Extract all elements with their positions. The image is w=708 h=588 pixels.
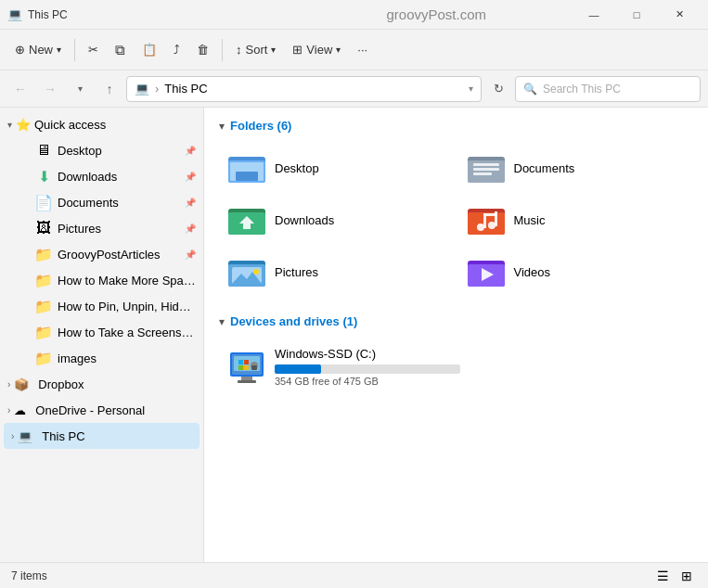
sidebar-item-documents[interactable]: 📄 Documents 📌 bbox=[7, 189, 203, 215]
sidebar-item-desktop[interactable]: 🖥 Desktop 📌 bbox=[7, 137, 203, 163]
move-button[interactable]: ⤴ bbox=[166, 35, 187, 65]
folder-item-downloads[interactable]: Downloads bbox=[219, 196, 455, 244]
images-icon: 📁 bbox=[35, 350, 52, 366]
search-bar[interactable]: 🔍 Search This PC bbox=[515, 76, 701, 102]
sidebar-item-downloads[interactable]: ⬇ Downloads 📌 bbox=[7, 163, 203, 189]
sort-label: Sort bbox=[246, 43, 268, 57]
grid-view-button[interactable]: ⊞ bbox=[676, 566, 697, 586]
new-chevron: ▾ bbox=[57, 45, 61, 55]
sort-chevron: ▾ bbox=[271, 45, 276, 55]
item-count: 7 items bbox=[11, 569, 47, 582]
folders-grid: Desktop Documents bbox=[219, 144, 693, 296]
svg-point-14 bbox=[477, 224, 484, 231]
folder-downloads-name: Downloads bbox=[275, 213, 334, 227]
dropdown-button[interactable]: ▾ bbox=[67, 76, 93, 102]
drive-c-name: Windows-SSD (C:) bbox=[275, 347, 684, 361]
svg-rect-31 bbox=[238, 380, 256, 383]
folder-item-desktop[interactable]: Desktop bbox=[219, 144, 455, 192]
paste-button[interactable]: 📋 bbox=[135, 35, 164, 65]
cut-button[interactable]: ✂ bbox=[81, 35, 106, 65]
sidebar-item-howto2[interactable]: 📁 How to Pin, Unpin, Hide, and bbox=[7, 293, 203, 319]
sort-button[interactable]: ↕ Sort ▾ bbox=[228, 35, 283, 65]
delete-button[interactable]: 🗑 bbox=[189, 35, 216, 65]
search-icon: 🔍 bbox=[523, 83, 537, 96]
copy-button[interactable]: ⧉ bbox=[108, 35, 133, 65]
folders-chevron-icon: ▾ bbox=[219, 120, 225, 133]
sidebar: ▾ ⭐ Quick access 🖥 Desktop 📌 ⬇ Downloads… bbox=[0, 108, 204, 562]
quick-access-header[interactable]: ▾ ⭐ Quick access bbox=[0, 111, 203, 137]
sidebar-item-images[interactable]: 📁 images bbox=[7, 345, 203, 371]
title-bar: 💻 This PC groovyPost.com — □ ✕ bbox=[0, 0, 708, 30]
folder-videos-icon bbox=[468, 253, 505, 290]
devices-chevron-icon: ▾ bbox=[219, 315, 225, 328]
folder-pictures-icon bbox=[228, 253, 265, 290]
more-button[interactable]: ··· bbox=[350, 35, 375, 65]
folder-item-pictures[interactable]: Pictures bbox=[219, 248, 455, 296]
cut-icon: ✂ bbox=[88, 43, 98, 57]
copy-icon: ⧉ bbox=[115, 42, 125, 58]
folder-item-music[interactable]: Music bbox=[458, 196, 694, 244]
address-bar[interactable]: 💻 › This PC ▾ bbox=[126, 76, 482, 102]
sidebar-images-label: images bbox=[58, 352, 196, 365]
status-bar: 7 items ☰ ⊞ bbox=[0, 562, 708, 588]
address-path: This PC bbox=[164, 82, 207, 96]
sidebar-item-pictures[interactable]: 🖼 Pictures 📌 bbox=[7, 215, 203, 241]
folder-documents-icon bbox=[468, 149, 505, 186]
svg-rect-18 bbox=[483, 213, 497, 216]
folder-item-videos[interactable]: Videos bbox=[458, 248, 694, 296]
onedrive-label: OneDrive - Personal bbox=[35, 403, 145, 417]
drive-c-info: Windows-SSD (C:) 354 GB free of 475 GB bbox=[275, 347, 684, 387]
minimize-button[interactable]: — bbox=[573, 0, 615, 30]
sidebar-documents-label: Documents bbox=[58, 196, 179, 210]
new-button[interactable]: ⊕ New ▾ bbox=[7, 35, 69, 65]
window-title: This PC bbox=[28, 8, 301, 21]
onedrive-header[interactable]: › ☁ OneDrive - Personal bbox=[0, 397, 203, 423]
window-controls: — □ ✕ bbox=[573, 0, 701, 30]
list-view-button[interactable]: ☰ bbox=[652, 566, 673, 586]
move-icon: ⤴ bbox=[174, 43, 180, 57]
sidebar-desktop-label: Desktop bbox=[58, 144, 179, 158]
svg-rect-8 bbox=[473, 173, 492, 175]
folder-music-name: Music bbox=[514, 213, 546, 227]
sidebar-howto2-label: How to Pin, Unpin, Hide, and bbox=[58, 300, 196, 313]
view-button[interactable]: ⊞ View ▾ bbox=[285, 35, 348, 65]
howto3-icon: 📁 bbox=[35, 324, 52, 340]
sidebar-item-groovypost[interactable]: 📁 GroovyPostArticles 📌 bbox=[7, 241, 203, 267]
paste-icon: 📋 bbox=[142, 43, 157, 57]
svg-rect-34 bbox=[238, 365, 243, 370]
sidebar-howto3-label: How to Take a Screenshot on bbox=[58, 326, 196, 339]
folder-pictures-name: Pictures bbox=[275, 265, 318, 279]
website-label: groovyPost.com bbox=[301, 6, 573, 22]
folder-music-icon bbox=[468, 201, 505, 238]
forward-button[interactable]: → bbox=[37, 76, 63, 102]
dropbox-header[interactable]: › 📦 Dropbox bbox=[0, 371, 203, 397]
maximize-button[interactable]: □ bbox=[615, 0, 658, 30]
sidebar-item-howto3[interactable]: 📁 How to Take a Screenshot on bbox=[7, 319, 203, 345]
folder-item-documents[interactable]: Documents bbox=[458, 144, 694, 192]
drive-item-c[interactable]: Windows-SSD (C:) 354 GB free of 475 GB bbox=[219, 339, 693, 394]
svg-rect-30 bbox=[241, 377, 252, 380]
sidebar-item-howto1[interactable]: 📁 How to Make More Space Av bbox=[7, 267, 203, 293]
view-chevron: ▾ bbox=[336, 45, 341, 55]
folder-desktop-name: Desktop bbox=[275, 161, 319, 175]
thispc-expand-icon: › bbox=[11, 431, 14, 441]
folders-section-header[interactable]: ▾ Folders (6) bbox=[219, 119, 693, 133]
quick-access-star-icon: ⭐ bbox=[16, 118, 31, 132]
thispc-header[interactable]: › 💻 This PC bbox=[4, 423, 200, 449]
sidebar-pictures-label: Pictures bbox=[58, 222, 179, 236]
howto2-icon: 📁 bbox=[35, 298, 52, 314]
svg-rect-3 bbox=[236, 172, 258, 181]
search-placeholder: Search This PC bbox=[543, 83, 621, 96]
devices-section-header[interactable]: ▾ Devices and drives (1) bbox=[219, 314, 693, 328]
back-button[interactable]: ← bbox=[7, 76, 33, 102]
address-chevron: ▾ bbox=[469, 83, 473, 94]
dropbox-icon: 📦 bbox=[14, 377, 29, 391]
onedrive-icon: ☁ bbox=[14, 403, 26, 417]
up-button[interactable]: ↑ bbox=[97, 76, 122, 102]
svg-rect-37 bbox=[251, 365, 257, 370]
desktop-icon: 🖥 bbox=[35, 142, 52, 159]
onedrive-expand-icon: › bbox=[7, 405, 10, 415]
close-button[interactable]: ✕ bbox=[658, 0, 701, 30]
groovypost-icon: 📁 bbox=[35, 246, 52, 262]
refresh-button[interactable]: ↻ bbox=[485, 76, 511, 102]
